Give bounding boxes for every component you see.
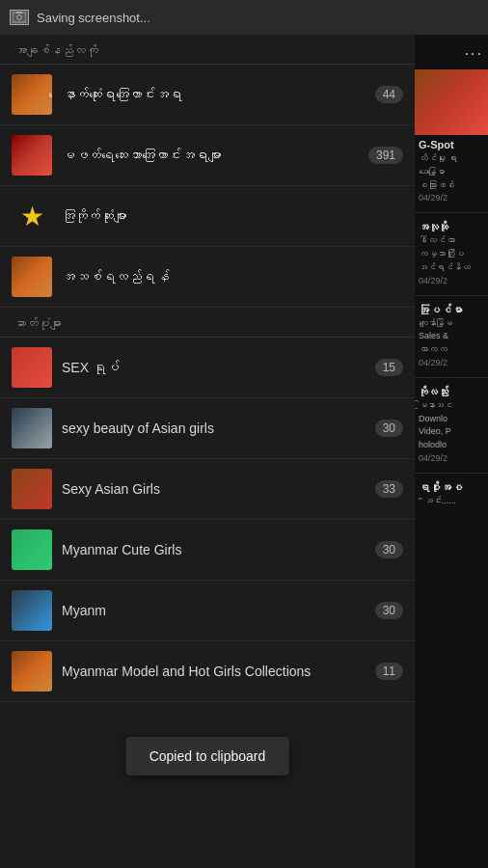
svg-rect-2 <box>16 12 22 14</box>
avatar <box>12 347 52 388</box>
right-text-line: ကျနော်နဲမြ <box>415 318 488 332</box>
item-label: sexy beauty of Asian girls <box>52 420 375 437</box>
right-date: 04/29/2 <box>415 453 488 469</box>
top-bar: Saving screenshot... <box>0 0 488 35</box>
right-user-name: G-Spot <box>415 135 488 153</box>
right-user-name: ရေဝိုးအစ <box>415 477 488 496</box>
right-text-line: Downlo <box>415 414 488 427</box>
item-count: 30 <box>375 541 403 558</box>
star-icon: ★ <box>12 196 52 236</box>
right-entry[interactable]: G-Spot လိင်မှု ရေး ယနေ့မြော စကားဖြစ် 04/… <box>415 135 488 212</box>
right-text-line: စကားဖြစ် <box>415 180 488 194</box>
list-item[interactable]: Sexy Asian Girls 33 <box>0 459 415 520</box>
right-user-name: အပြင်မာ <box>415 300 488 318</box>
right-text-line: လောကက <box>415 344 488 358</box>
right-date: 04/29/2 <box>415 193 488 208</box>
right-panel: ⋮ G-Spot လိင်မှု ရေး ယနေ့မြော စကားဖြစ် 0… <box>415 35 488 868</box>
right-text-line: ကမ္ဘာကိုပြ <box>415 249 488 262</box>
right-text-line: " အင်း...... <box>415 496 488 509</box>
right-entry[interactable]: အပြင်မာ ကျနော်နဲမြ Sales & လောကက 04/29/2 <box>415 300 488 377</box>
right-text-line: Sales & <box>415 331 488 344</box>
list-item[interactable]: Myanmar Cute Girls 30 <box>0 520 415 581</box>
item-label: မဖတ်ရသေးသောအကြောင်းအရာများ <box>52 147 368 164</box>
right-divider <box>415 212 488 213</box>
right-panel-header: ⋮ <box>415 35 488 69</box>
avatar <box>12 135 52 176</box>
list-item[interactable]: SEX ရုပ် 15 <box>0 338 415 398</box>
svg-rect-0 <box>13 13 26 22</box>
item-label: နောက်ဆုံးရောအကြောင်းအရာ <box>52 86 375 103</box>
right-divider <box>415 473 488 474</box>
item-label: Myanm <box>52 602 375 619</box>
avatar <box>12 408 52 448</box>
avatar <box>12 651 52 692</box>
section2-header: ဆာတ်ပုံများ <box>0 308 415 338</box>
list-item[interactable]: sexy beauty of Asian girls 30 <box>0 398 415 459</box>
right-text-line: လိင်မှု ရေး <box>415 153 488 167</box>
right-entry[interactable]: အလုထို ဒေါ်လင်တာ ကမ္ဘာကိုပြ အင်ရင်နိယ 04… <box>415 217 488 294</box>
left-panel: အချစ်နည်လကို နောက်ဆုံးရောအကြောင်းအရာ 44 … <box>0 35 415 868</box>
right-text-line: holodlo <box>415 440 488 453</box>
avatar <box>12 257 52 297</box>
top-bar-title: Saving screenshot... <box>37 11 150 25</box>
right-entry[interactable]: ကိုလည်း မြနာအင Downlo Video, P holodlo 0… <box>415 382 488 473</box>
item-count: 30 <box>375 420 403 437</box>
main-layout: အချစ်နည်လကို နောက်ဆုံးရောအကြောင်းအရာ 44 … <box>0 35 488 868</box>
right-date: 04/29/2 <box>415 358 488 373</box>
item-label: Sexy Asian Girls <box>52 480 375 498</box>
list-item[interactable]: မဖတ်ရသေးသောအကြောင်းအရာများ 391 <box>0 125 415 186</box>
avatar <box>12 529 52 570</box>
avatar <box>12 590 52 631</box>
item-label: Myanmar Cute Girls <box>52 541 375 558</box>
right-divider <box>415 295 488 296</box>
item-count: 33 <box>375 480 403 498</box>
item-count: 11 <box>375 663 403 680</box>
screenshot-icon <box>10 10 29 25</box>
item-label: အကြိုက်ဆုံးများ <box>52 207 403 225</box>
right-text-line: အင်ရင်နိယ <box>415 262 488 276</box>
toast-notification: Copied to clipboard <box>126 737 289 775</box>
list-item[interactable]: နောက်ဆုံးရောအကြောင်းအရာ 44 <box>0 65 415 125</box>
item-label: Myanmar Model and Hot Girls Collections <box>52 663 375 680</box>
right-date: 04/29/2 <box>415 276 488 291</box>
item-count: 15 <box>375 359 403 376</box>
right-text-line: မြနာအင <box>415 400 488 414</box>
right-user-name: ကိုလည်း <box>415 382 488 400</box>
menu-dots-icon[interactable]: ⋮ <box>463 45 484 59</box>
right-text-line: Video, P <box>415 426 488 440</box>
item-label: SEX ရုပ် <box>52 359 375 376</box>
avatar <box>12 74 52 115</box>
right-entry[interactable]: ရေဝိုးအစ " အင်း...... <box>415 477 488 513</box>
item-count: 44 <box>375 86 403 103</box>
item-label: အသစ်ရလည်ရန် <box>52 268 403 285</box>
item-count: 391 <box>368 147 403 164</box>
list-item[interactable]: Myanm 30 <box>0 581 415 641</box>
right-divider <box>415 377 488 378</box>
list-item[interactable]: ★ အကြိုက်ဆုံးများ <box>0 186 415 247</box>
right-user-name: အလုထို <box>415 217 488 235</box>
item-count: 30 <box>375 602 403 619</box>
avatar <box>12 469 52 509</box>
right-thumb-image <box>415 69 488 135</box>
section1-header: အချစ်နည်လကို <box>0 35 415 65</box>
right-text-line: ယနေ့မြော <box>415 167 488 180</box>
svg-point-1 <box>17 15 22 20</box>
list-item[interactable]: Myanmar Model and Hot Girls Collections … <box>0 641 415 702</box>
list-item[interactable]: အသစ်ရလည်ရန် <box>0 247 415 308</box>
right-text-line: ဒေါ်လင်တာ <box>415 235 488 249</box>
